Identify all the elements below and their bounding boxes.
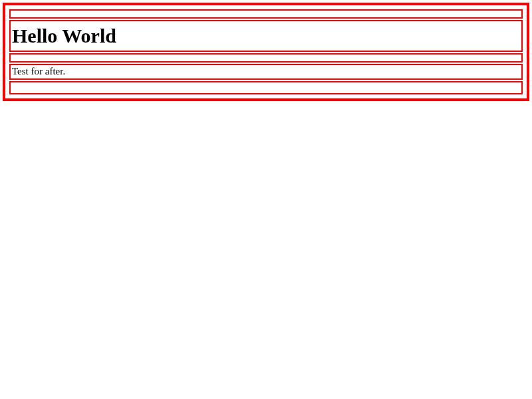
heading-row: Hello World bbox=[9, 20, 523, 52]
document-container: Hello World Test for after. bbox=[3, 3, 529, 101]
spacer-row-mid bbox=[9, 53, 523, 63]
spacer-row-top bbox=[9, 9, 523, 19]
spacer-row-bottom bbox=[9, 81, 523, 94]
paragraph-text: Test for after. bbox=[12, 66, 65, 76]
page-title: Hello World bbox=[12, 24, 520, 48]
paragraph-row: Test for after. bbox=[9, 64, 523, 80]
